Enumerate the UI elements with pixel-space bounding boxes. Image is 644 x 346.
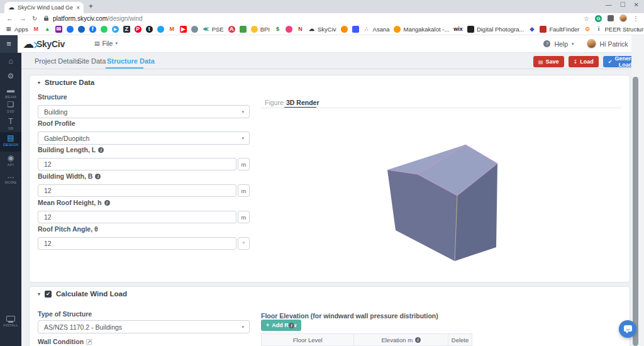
bookmark-item[interactable] [157,26,164,33]
sidebar-item-s3d[interactable]: ❏S3D [0,99,21,113]
browser-menu-icon[interactable]: ⋮ [633,15,639,22]
sidebar-item-beam[interactable]: ▬BEAM [0,84,21,99]
collapse-caret-icon[interactable]: ▾ [38,291,40,297]
bookmark-favicon-icon: ∴ [364,26,370,33]
browser-tab[interactable]: ☁ SkyCiv Wind Load Generat… × [4,2,84,13]
view-tabs-divider [261,108,621,108]
load-button[interactable]: ↧ Load [569,56,599,67]
bookmark-item[interactable]: A [228,26,235,33]
bookmark-item[interactable]: ∴Asana [364,26,390,33]
sb-icon: T [0,117,21,126]
bookmarks-overflow-icon[interactable]: » [636,26,640,33]
save-button[interactable]: ▤ Save [533,56,564,67]
bookmark-item[interactable]: f [89,26,96,33]
sidebar-item-sb[interactable]: TSB [0,116,21,130]
tab-project-details[interactable]: Project Details [35,57,79,65]
file-menu[interactable]: ▤ File ▾ [94,40,118,47]
window-close-icon[interactable]: ✕ [634,1,639,8]
type-of-structure-select[interactable]: AS/NZS 1170.2 - Buildings▾ [38,320,250,333]
bookmark-item[interactable]: FaultFinder [540,26,579,33]
sidebar-item-install[interactable]: INSTALL [0,316,21,327]
user-avatar[interactable] [587,39,596,48]
bookmark-item[interactable] [67,26,74,33]
bookmark-item[interactable]: ▶ [180,26,187,33]
info-icon[interactable]: i [415,337,421,343]
window-restore-icon[interactable]: ☐ [620,1,626,8]
window-minimize-icon[interactable]: — [606,1,612,8]
bookmark-item[interactable] [352,26,359,33]
bookmark-item[interactable]: ⊞Apps [5,26,28,33]
info-icon[interactable]: i [98,147,104,153]
bookmark-item[interactable]: P [135,26,142,33]
bookmark-item[interactable] [101,26,108,33]
structure-select[interactable]: Building▾ [38,105,250,118]
roof-profile-select[interactable]: Gable/Duopitch▾ [38,131,250,145]
scrollbar-thumb[interactable] [633,77,638,346]
sidebar-item-settings[interactable]: ⚙ [0,70,21,81]
bookmark-item[interactable]: ▲ [44,26,51,33]
extensions-icon[interactable] [608,15,614,21]
bookmark-item[interactable]: M [33,26,40,33]
bookmark-item[interactable]: BPI [251,26,270,33]
bookmark-item[interactable]: wix [453,26,463,33]
calculate-wind-load-checkbox[interactable]: ✔ [45,291,52,298]
collapse-caret-icon[interactable]: ▾ [38,80,40,86]
grammarly-extension-icon[interactable]: G [595,15,602,22]
add-row-button[interactable]: + Add Row [261,320,301,331]
new-tab-button[interactable]: + [89,2,93,11]
bookmark-star-icon[interactable]: ☆ [584,15,589,22]
bookmark-item[interactable]: Z [123,26,130,33]
sidebar-item-more[interactable]: …MORE [0,170,21,184]
info-icon[interactable]: i [104,200,110,206]
bookmark-item[interactable] [286,26,292,33]
building-3d-render[interactable] [377,140,503,269]
wall-condition-link[interactable]: Wall Condition↗ [38,338,92,345]
bookmark-item[interactable] [240,26,247,33]
reload-icon[interactable]: ↻ [32,16,37,22]
info-icon[interactable]: i [95,174,101,179]
tab-figure[interactable]: Figure [265,99,284,106]
bookmark-item[interactable] [191,26,198,33]
tab-close-icon[interactable]: × [76,4,80,11]
sidebar-item-api[interactable]: ◉API [0,152,21,167]
save-icon: ▤ [538,59,543,65]
info-icon[interactable]: i [289,323,294,328]
bookmark-item[interactable] [78,26,85,33]
sidebar-nav: ⌂⚙▬BEAM❏S3DTSB▤DESIGN◉API…MORE [0,53,21,346]
mean-roof-height-input[interactable] [38,211,236,223]
hamburger-menu-icon[interactable]: ≡ [0,35,18,53]
sidebar-item-design[interactable]: ▤DESIGN [0,132,21,152]
bookmark-item[interactable]: ▸ [112,26,119,33]
bookmark-item[interactable]: ≪PSE [203,26,224,33]
bookmark-item[interactable]: t [146,26,153,33]
browser-profile-avatar[interactable] [619,14,627,22]
bookmark-item[interactable]: ✉ [55,26,62,33]
building-width-input[interactable] [38,184,236,197]
tab-site-data[interactable]: Site Data [77,57,106,65]
bookmark-item[interactable]: M [169,26,175,33]
bookmark-item[interactable]: Digital Photogra... [467,26,525,33]
bookmark-item[interactable] [341,26,348,33]
bookmark-item[interactable]: $ [274,26,281,33]
bookmark-item[interactable]: ◆ [528,26,535,33]
forward-icon[interactable]: → [19,15,26,22]
chat-widget-button[interactable] [619,320,636,338]
tab-structure-data[interactable]: Structure Data [107,57,155,65]
address-bar[interactable]: platform.skyciv.com/design/wind [53,15,143,22]
back-icon[interactable]: ← [6,15,13,22]
bookmark-label: Digital Photogra... [477,26,525,33]
user-greeting[interactable]: Hi Patrick [600,40,628,48]
help-menu[interactable]: Help [554,40,568,48]
s3d-icon: ❏ [0,100,21,109]
roof-pitch-angle-input[interactable] [38,237,236,250]
building-length-input[interactable] [38,158,236,170]
bookmark-item[interactable]: ☁SkyCiv [308,26,336,33]
bookmark-item[interactable]: Mangakakalot -... [394,26,449,33]
floor-elevation-title: Floor Elevation (for windward wall press… [261,312,438,320]
tab-3d-render[interactable]: 3D Render [286,99,319,106]
sidebar-item-home[interactable]: ⌂ [0,55,21,65]
beam-icon: ▬ [0,86,21,94]
bookmark-item[interactable]: N [297,26,304,33]
bookmark-item[interactable]: ⊙ [584,26,591,33]
sidebar-item-label: MORE [0,181,21,184]
